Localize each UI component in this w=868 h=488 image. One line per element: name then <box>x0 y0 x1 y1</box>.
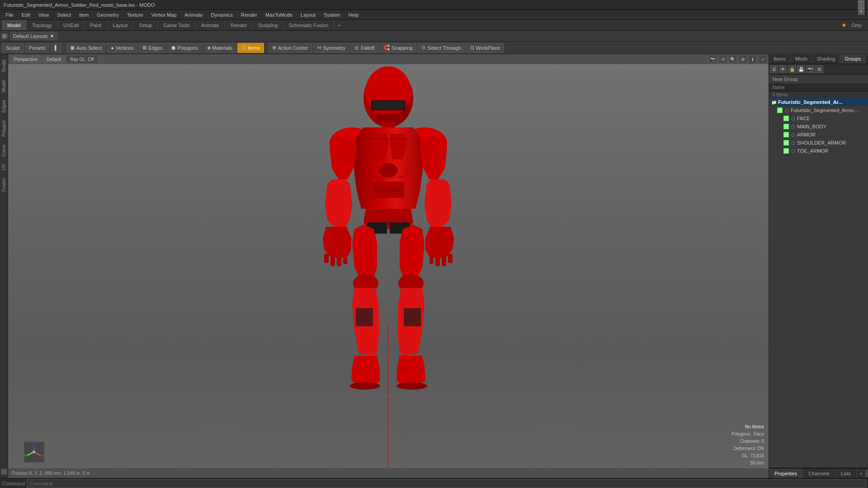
auto-select-button[interactable]: ▣ Auto Select <box>66 43 106 53</box>
bt-expand-icon[interactable]: ⤢ <box>865 470 868 477</box>
tab-setup[interactable]: Setup <box>133 20 158 30</box>
right-tab-groups[interactable]: Groups <box>840 54 866 64</box>
edges-button[interactable]: ⊠ Edges <box>138 43 166 53</box>
menu-item[interactable]: Item <box>75 11 92 19</box>
right-tab-add-button[interactable]: + <box>866 54 868 64</box>
command-input[interactable] <box>27 479 866 488</box>
tab-gametools[interactable]: Game Tools <box>158 20 196 30</box>
symmetry-button[interactable]: ⇔ Symmetry <box>313 43 350 53</box>
tab-uvedit[interactable]: UVEdit <box>58 20 85 30</box>
viewport-settings-icon[interactable]: ⚙ <box>739 55 747 63</box>
tree-visibility-check-1[interactable] <box>783 116 789 121</box>
viewport-camera-icon[interactable]: 📷 <box>709 55 717 63</box>
rt-save-icon[interactable]: 💾 <box>797 65 805 73</box>
rt-camera-icon[interactable]: 📷 <box>806 65 814 73</box>
scene-root-item[interactable]: 📁 Futuristic_Segmented_Ar... <box>769 98 868 106</box>
menu-layout[interactable]: Layout <box>297 11 319 19</box>
menu-maxtomodo[interactable]: MaxToModo <box>262 11 296 19</box>
tree-visibility-check-5[interactable] <box>783 148 789 154</box>
viewport-refresh-icon[interactable]: ↺ <box>719 55 727 63</box>
action-center-button[interactable]: ⊕ Action Center <box>268 43 312 53</box>
sidebar-tab-model[interactable]: Model <box>0 76 7 96</box>
layout-selector[interactable]: Default Layouts ▼ <box>10 32 57 40</box>
close-button[interactable]: ✕ <box>858 8 864 14</box>
maximize-button[interactable]: □ <box>858 2 864 8</box>
viewport-3d[interactable]: Perspective Default Ray GL: Off 📷 ↺ 🔍 ⚙ … <box>8 54 769 478</box>
bottom-tab-add-button[interactable]: + <box>857 469 865 478</box>
rt-lock-icon[interactable]: 🔒 <box>788 65 796 73</box>
viewport-expand-icon[interactable]: ⤢ <box>759 55 767 63</box>
menu-dynamics[interactable]: Dynamics <box>208 11 236 19</box>
add-tab-button[interactable]: + <box>334 20 344 30</box>
rt-settings-icon[interactable]: ⚙ <box>815 65 823 73</box>
sidebar-tab-uv[interactable]: UV <box>0 160 7 174</box>
sculpt-button[interactable]: Sculpt <box>2 43 24 53</box>
tab-animate[interactable]: Animate <box>196 20 225 30</box>
sidebar-expand-icon[interactable] <box>1 469 7 474</box>
menu-texture[interactable]: Texture <box>123 11 147 19</box>
tab-paint[interactable]: Paint <box>85 20 107 30</box>
tree-visibility-check-4[interactable] <box>783 140 789 145</box>
snapping-button[interactable]: 🧲 Snapping <box>379 43 417 53</box>
right-tab-shading[interactable]: Shading <box>812 54 840 64</box>
perspective-button[interactable]: Perspective <box>10 55 42 63</box>
sidebar-tab-edges[interactable]: Edges <box>0 96 7 116</box>
menu-help[interactable]: Help <box>345 11 363 19</box>
sidebar-tab-curve[interactable]: Curve <box>0 141 7 160</box>
vertices-button[interactable]: ● Vertices <box>107 43 137 53</box>
tab-topology[interactable]: Topology <box>27 20 58 30</box>
bottom-tab-channels[interactable]: Channels <box>803 469 835 478</box>
tree-item-4[interactable]: ⬡ SHOULDER_ARMOR <box>769 139 868 147</box>
tree-item-3[interactable]: ⬡ ARMOR <box>769 131 868 139</box>
bottom-tab-properties[interactable]: Properties <box>769 469 803 478</box>
sidebar-tab-fusion[interactable]: Fusion <box>0 174 7 195</box>
fill-button[interactable]: ▌ <box>51 43 62 53</box>
tab-render[interactable]: Render <box>225 20 253 30</box>
menu-file[interactable]: File <box>2 11 17 19</box>
tree-visibility-check-2[interactable] <box>783 124 789 129</box>
viewport-info-icon[interactable]: ℹ <box>749 55 757 63</box>
tree-item-0[interactable]: ⬡ Futuristic_Segmented_Armo... <box>769 106 868 114</box>
tab-schematic[interactable]: Schematic Fusion <box>283 20 334 30</box>
rt-filter-icon[interactable]: ☰ <box>770 65 778 73</box>
right-tab-mesh[interactable]: Mesh <box>791 54 812 64</box>
items-button[interactable]: ⬡ Items <box>237 43 264 53</box>
menu-system[interactable]: System <box>320 11 344 19</box>
tab-model[interactable]: Model <box>2 20 27 30</box>
tree-visibility-check-0[interactable] <box>777 108 783 113</box>
select-through-button[interactable]: ⊙ Select Through <box>417 43 465 53</box>
menu-geometry[interactable]: Geometry <box>93 11 122 19</box>
materials-button[interactable]: ◈ Materials <box>203 43 237 53</box>
tabs-right: ★ Only <box>841 20 866 30</box>
sidebar-tab-polygon[interactable]: Polygon <box>0 117 7 140</box>
rt-eye-icon[interactable]: 👁 <box>779 65 787 73</box>
workplane-button[interactable]: ⊡ WorkPlane <box>466 43 505 53</box>
default-shading-button[interactable]: Default <box>42 55 65 63</box>
menu-render[interactable]: Render <box>237 11 261 19</box>
polygons-button[interactable]: ◼ Polygons <box>167 43 202 53</box>
sidebar-tab-sculpt[interactable]: Sculpt <box>0 56 7 76</box>
tree-visibility-check-3[interactable] <box>783 132 789 137</box>
tree-item-2[interactable]: ⬡ MAIN_BODY <box>769 122 868 131</box>
tab-scripting[interactable]: Scripting <box>253 20 283 30</box>
layout-selector-arrow: ▼ <box>49 33 54 39</box>
menu-select[interactable]: Select <box>53 11 75 19</box>
viewport-zoom-icon[interactable]: 🔍 <box>729 55 737 63</box>
menu-vertexmap[interactable]: Vertex Map <box>148 11 180 19</box>
workplane-icon: ⊡ <box>470 45 474 51</box>
tree-item-1[interactable]: ⬡ FACE <box>769 114 868 122</box>
new-group-button[interactable]: New Group <box>769 75 868 84</box>
left-sidebar: Sculpt Model Edges Polygon Curve UV Fusi… <box>0 54 8 478</box>
falloff-button[interactable]: ◎ Falloff <box>350 43 378 53</box>
tab-layout[interactable]: Layout <box>107 20 133 30</box>
bottom-tab-lists[interactable]: Lists <box>835 469 857 478</box>
menu-view[interactable]: View <box>35 11 53 19</box>
presets-button[interactable]: Presets <box>25 43 50 53</box>
symmetry-icon: ⇔ <box>317 45 321 51</box>
tree-item-5[interactable]: ⬡ TOE_ARMOR <box>769 147 868 155</box>
right-tab-items[interactable]: Items <box>769 54 791 64</box>
edges-icon: ⊠ <box>142 45 146 51</box>
menu-edit[interactable]: Edit <box>18 11 34 19</box>
menu-animate[interactable]: Animate <box>181 11 206 19</box>
ray-gl-button[interactable]: Ray GL: Off <box>66 55 98 63</box>
